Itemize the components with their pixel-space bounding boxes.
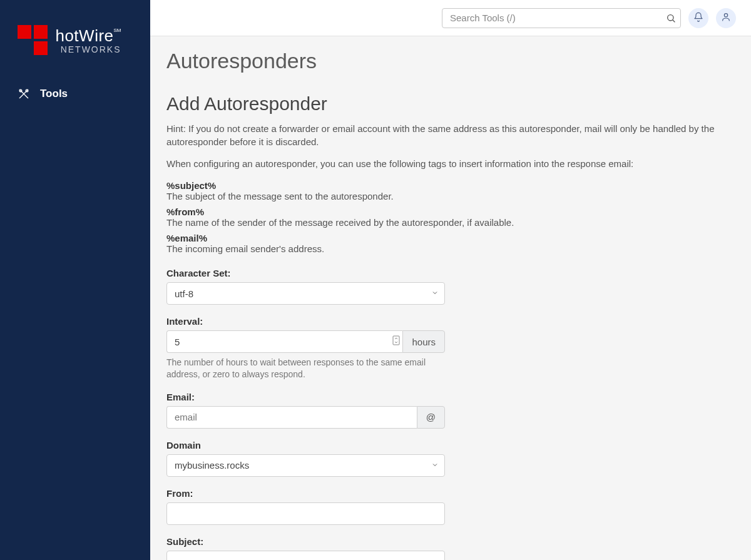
tag-name: %subject% bbox=[166, 180, 735, 191]
tag-desc: The subject of the message sent to the a… bbox=[166, 191, 735, 201]
tag-name: %from% bbox=[166, 206, 735, 217]
from-label: From: bbox=[166, 488, 445, 499]
svg-line-5 bbox=[673, 20, 675, 22]
content-area: Autoresponders Add Autoresponder Hint: I… bbox=[150, 36, 751, 560]
interval-help: The number of hours to wait between resp… bbox=[166, 357, 445, 380]
search-tools[interactable] bbox=[442, 8, 681, 28]
tag-desc: The name of the sender of the message re… bbox=[166, 217, 735, 228]
sidebar-item-label: Tools bbox=[40, 88, 68, 100]
brand-name: hotWire bbox=[55, 26, 113, 45]
tag-reference: %subject% The subject of the message sen… bbox=[166, 180, 735, 254]
subject-label: Subject: bbox=[166, 536, 445, 547]
domain-select[interactable]: mybusiness.rocks bbox=[166, 454, 445, 477]
sidebar: hotWireSM NETWORKS Tools bbox=[0, 0, 150, 560]
interval-label: Interval: bbox=[166, 316, 445, 327]
search-input[interactable] bbox=[442, 8, 681, 28]
from-input[interactable] bbox=[166, 502, 445, 525]
tools-icon bbox=[18, 88, 30, 100]
search-icon[interactable] bbox=[666, 13, 676, 23]
topbar bbox=[150, 0, 751, 36]
account-button[interactable] bbox=[716, 8, 736, 28]
hint-text: Hint: If you do not create a forwarder o… bbox=[166, 122, 735, 148]
user-icon bbox=[721, 12, 731, 24]
notifications-button[interactable] bbox=[688, 8, 708, 28]
interval-input[interactable] bbox=[166, 330, 402, 353]
brand-logo: hotWireSM NETWORKS bbox=[0, 25, 150, 80]
charset-label: Character Set: bbox=[166, 268, 445, 278]
bell-icon bbox=[693, 12, 703, 24]
autoresponder-form: Character Set: utf-8 Interval: bbox=[166, 268, 445, 560]
breadcrumb: Autoresponders bbox=[166, 49, 735, 73]
svg-point-6 bbox=[724, 13, 727, 16]
logo-mark bbox=[18, 25, 48, 55]
brand-subtitle: NETWORKS bbox=[55, 44, 121, 54]
sidebar-item-tools[interactable]: Tools bbox=[0, 80, 150, 108]
tags-intro: When configuring an autoresponder, you c… bbox=[166, 157, 735, 170]
subject-input[interactable] bbox=[166, 551, 445, 560]
email-at-addon: @ bbox=[417, 406, 445, 429]
tag-name: %email% bbox=[166, 233, 735, 243]
brand-sm: SM bbox=[114, 28, 121, 33]
page-title: Add Autoresponder bbox=[166, 93, 735, 115]
email-label: Email: bbox=[166, 392, 445, 402]
interval-unit: hours bbox=[402, 330, 445, 353]
tag-desc: The incoming email sender's address. bbox=[166, 243, 735, 254]
email-input[interactable] bbox=[166, 406, 417, 429]
domain-label: Domain bbox=[166, 440, 445, 451]
charset-select[interactable]: utf-8 bbox=[166, 282, 445, 305]
